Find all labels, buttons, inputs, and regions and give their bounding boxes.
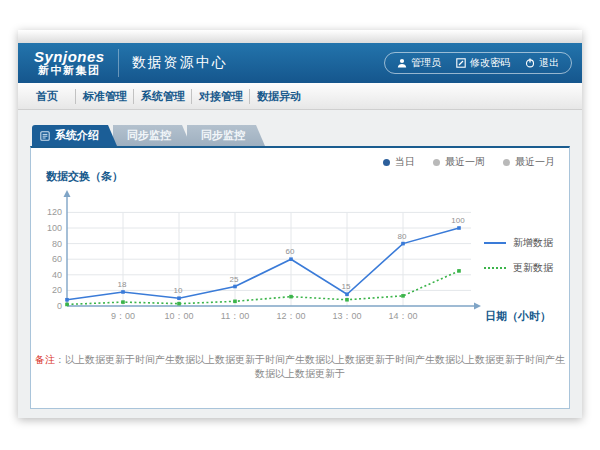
tab-system-intro[interactable]: 系统介绍 [32, 125, 117, 146]
green-dotted-line-icon [484, 267, 506, 269]
svg-text:80: 80 [52, 239, 62, 249]
tab-label: 同步监控 [127, 128, 171, 143]
svg-text:15: 15 [342, 282, 351, 291]
radio-label: 最近一周 [445, 155, 485, 169]
blue-line-icon [484, 242, 506, 244]
svg-text:14：00: 14：00 [388, 311, 417, 321]
svg-text:25: 25 [230, 275, 239, 284]
tab-sync-monitor-1[interactable]: 同步监控 [113, 125, 191, 146]
footnote: 备注：以上数据更新于时间产生数据以上数据更新于时间产生数据以上数据更新于时间产生… [31, 353, 569, 381]
chart-panel: 当日 最近一周 最近一月 数据交换（条） 0204060801001209：00… [30, 146, 570, 409]
logout-button[interactable]: 退出 [525, 56, 559, 70]
radio-last-month[interactable]: 最近一月 [503, 155, 555, 169]
power-icon [525, 58, 535, 68]
page-title: 数据资源中心 [132, 54, 228, 72]
logo-text: Synjones [34, 49, 105, 65]
svg-text:80: 80 [398, 232, 407, 241]
nav-item-standard-mgmt[interactable]: 标准管理 [76, 83, 134, 109]
document-icon [40, 131, 50, 141]
svg-text:20: 20 [52, 285, 62, 295]
edit-icon [456, 58, 466, 68]
svg-text:9：00: 9：00 [111, 311, 135, 321]
radio-today[interactable]: 当日 [383, 155, 415, 169]
footnote-text: ：以上数据更新于时间产生数据以上数据更新于时间产生数据以上数据更新于时间产生数据… [55, 354, 565, 379]
legend-label: 新增数据 [513, 236, 553, 250]
tab-bar: 系统介绍 同步监控 同步监控 [32, 125, 570, 146]
radio-dot-icon [433, 159, 440, 166]
svg-text:60: 60 [286, 247, 295, 256]
change-password-button[interactable]: 修改密码 [456, 56, 510, 70]
svg-text:10: 10 [174, 286, 183, 295]
radio-last-week[interactable]: 最近一周 [433, 155, 485, 169]
header: Synjones 新中新集团 数据资源中心 管理员 修改密码 退出 [18, 43, 582, 83]
svg-text:18: 18 [118, 280, 127, 289]
footnote-label: 备注 [35, 354, 55, 365]
svg-text:100: 100 [451, 216, 465, 225]
svg-text:11：00: 11：00 [221, 311, 249, 321]
top-strip [18, 30, 582, 43]
svg-text:12：00: 12：00 [276, 311, 305, 321]
user-menu[interactable]: 管理员 [397, 56, 441, 70]
user-icon [397, 58, 407, 68]
logo: Synjones 新中新集团 [34, 49, 119, 76]
legend-label: 更新数据 [513, 261, 553, 275]
content-area: 系统介绍 同步监控 同步监控 当日 最近一周 [18, 110, 582, 409]
logout-label: 退出 [539, 56, 559, 70]
radio-label: 当日 [395, 155, 415, 169]
radio-dot-icon [383, 159, 390, 166]
series-legend: 新增数据 更新数据 [484, 236, 553, 286]
svg-text:0: 0 [57, 301, 62, 311]
legend-item-new-data[interactable]: 新增数据 [484, 236, 553, 250]
svg-text:10：00: 10：00 [164, 311, 193, 321]
tab-label: 同步监控 [201, 128, 245, 143]
nav-item-interface-mgmt[interactable]: 对接管理 [192, 83, 250, 109]
user-name: 管理员 [411, 56, 441, 70]
time-range-radios: 当日 最近一周 最近一月 [383, 155, 555, 169]
nav-item-system-mgmt[interactable]: 系统管理 [134, 83, 192, 109]
tab-label: 系统介绍 [55, 128, 99, 143]
svg-text:120: 120 [47, 207, 62, 217]
radio-dot-icon [503, 159, 510, 166]
logo-subtext: 新中新集团 [34, 65, 105, 77]
svg-text:40: 40 [52, 270, 62, 280]
change-password-label: 修改密码 [470, 56, 510, 70]
legend-item-update-data[interactable]: 更新数据 [484, 261, 553, 275]
nav-item-data-changes[interactable]: 数据异动 [250, 83, 308, 109]
radio-label: 最近一月 [515, 155, 555, 169]
svg-text:日期（小时）: 日期（小时） [485, 310, 551, 323]
nav-item-home[interactable]: 首页 [18, 83, 76, 109]
svg-text:100: 100 [47, 223, 62, 233]
svg-text:60: 60 [52, 254, 62, 264]
app-window: Synjones 新中新集团 数据资源中心 管理员 修改密码 退出 首页 标准管… [18, 30, 582, 418]
main-nav: 首页 标准管理 系统管理 对接管理 数据异动 [18, 83, 582, 110]
y-axis-title: 数据交换（条） [46, 169, 123, 184]
tab-sync-monitor-2[interactable]: 同步监控 [187, 125, 265, 146]
user-toolbar: 管理员 修改密码 退出 [384, 52, 572, 74]
svg-text:13：00: 13：00 [332, 311, 361, 321]
